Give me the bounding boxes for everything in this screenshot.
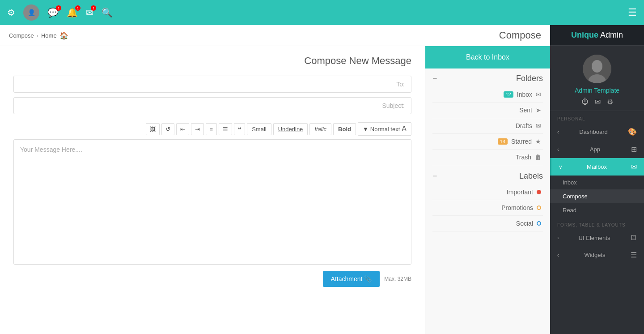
- trash-label: Trash: [516, 154, 531, 161]
- dashboard-arrow-icon: ‹: [557, 129, 559, 135]
- sub-inbox-label: Inbox: [563, 179, 577, 186]
- brand-first: Unique: [571, 30, 598, 39]
- app-label: App: [590, 146, 600, 153]
- folder-item-inbox[interactable]: 12 Inbox ✉: [432, 87, 543, 103]
- toolbar-quote-btn[interactable]: ❝: [234, 123, 245, 135]
- chat-icon[interactable]: 💬 1: [47, 7, 59, 18]
- main-layout: Compose ‹ Home 🏠 Compose Compose New Mes…: [0, 25, 644, 334]
- toolbar-normal-text-label: Normal text: [370, 126, 400, 133]
- folder-item-drafts[interactable]: Drafts ✉: [432, 118, 543, 134]
- rs-avatar: [583, 55, 611, 83]
- max-size-label: Max. 32MB: [384, 276, 411, 282]
- dashboard-icon: 🎨: [628, 128, 637, 136]
- mailbox-label: Mailbox: [587, 163, 607, 170]
- inbox-label: Inbox: [517, 91, 532, 98]
- toolbar-font-dropdown[interactable]: ▼ Normal text A: [358, 122, 411, 136]
- rs-item-dashboard[interactable]: ‹ Dashboard 🎨: [550, 123, 644, 141]
- topnav-left: ⚙ 👤 💬 1 🔔 1 ✉ 1 🔍: [7, 4, 113, 21]
- right-sidebar: Unique Admin Admin Template ⏻ ✉ ⚙ PER: [550, 25, 644, 334]
- forms-label: FORMS, TABLE & LAYOUTS: [550, 217, 644, 229]
- folder-item-starred[interactable]: 14 Starred ★: [432, 134, 543, 150]
- folders-header: − Folders: [432, 74, 543, 83]
- important-label: Important: [507, 188, 533, 196]
- rs-sub-read[interactable]: Read: [550, 203, 644, 217]
- folders-title: Folders: [516, 74, 543, 83]
- label-item-important[interactable]: Important: [432, 184, 543, 200]
- labels-collapse-icon[interactable]: −: [432, 171, 437, 181]
- breadcrumb-compose[interactable]: Compose: [9, 32, 34, 39]
- label-item-social[interactable]: Social: [432, 216, 543, 231]
- folder-item-sent[interactable]: Sent ➤: [432, 103, 543, 118]
- starred-label: Starred: [511, 138, 532, 145]
- label-item-promotions[interactable]: Promotions: [432, 200, 543, 216]
- toolbar-italic-btn[interactable]: Italic: [309, 123, 331, 135]
- toolbar-ol-btn[interactable]: ☰: [219, 123, 232, 135]
- sent-icon: ➤: [536, 107, 541, 114]
- settings-icon[interactable]: ⚙: [7, 7, 15, 18]
- rs-profile: Admin Template ⏻ ✉ ⚙: [550, 46, 644, 111]
- rs-item-app[interactable]: ‹ App ⊞: [550, 141, 644, 158]
- folders-collapse-icon[interactable]: −: [432, 74, 437, 83]
- subject-input[interactable]: [13, 97, 411, 114]
- trash-icon: 🗑: [535, 154, 541, 161]
- mailbox-arrow-icon: ∨: [559, 164, 563, 170]
- rs-gear-icon[interactable]: ⚙: [607, 98, 613, 106]
- rs-name-plain: Template: [593, 87, 619, 94]
- mail-icon[interactable]: ✉ 1: [86, 7, 93, 18]
- hamburger-icon[interactable]: ☰: [628, 7, 637, 18]
- promotions-label: Promotions: [501, 204, 533, 211]
- rs-item-mailbox[interactable]: ∨ Mailbox ✉: [550, 158, 644, 176]
- topnav: ⚙ 👤 💬 1 🔔 1 ✉ 1 🔍 ☰: [0, 0, 644, 25]
- important-dot-icon: [537, 190, 541, 194]
- rs-email-icon[interactable]: ✉: [595, 98, 601, 106]
- promotions-dot-icon: [537, 206, 541, 210]
- rs-power-icon[interactable]: ⏻: [581, 98, 589, 106]
- toolbar-image-btn[interactable]: 🖼: [146, 123, 160, 135]
- social-dot-icon: [537, 221, 541, 226]
- rs-item-ui-elements[interactable]: ‹ UI Elements 🖥: [550, 229, 644, 246]
- rs-profile-icons: ⏻ ✉ ⚙: [581, 98, 613, 106]
- breadcrumb: Compose ‹ Home 🏠: [9, 31, 68, 40]
- chat-badge: 1: [56, 5, 61, 11]
- toolbar-indent-left-btn[interactable]: ⇤: [176, 123, 189, 135]
- brand-second: Admin: [598, 30, 623, 39]
- toolbar-ul-btn[interactable]: ≡: [206, 123, 217, 135]
- sub-read-label: Read: [563, 207, 576, 214]
- bell-badge: 1: [75, 5, 80, 11]
- rs-sub-inbox[interactable]: Inbox: [550, 176, 644, 189]
- rs-sub-compose[interactable]: Compose: [550, 189, 644, 203]
- breadcrumb-home[interactable]: Home: [41, 32, 57, 39]
- two-col: Compose New Message 🖼 ↺ ⇤ ⇥ ≡ ☰ ❝ Small …: [0, 46, 550, 334]
- folder-item-trash[interactable]: Trash 🗑: [432, 150, 543, 165]
- toolbar-bold-btn[interactable]: Bold: [333, 123, 356, 135]
- ui-elements-icon: 🖥: [630, 234, 637, 242]
- back-to-inbox-button[interactable]: Back to Inbox: [425, 46, 550, 69]
- starred-badge: 14: [498, 138, 508, 145]
- search-icon[interactable]: 🔍: [102, 7, 113, 18]
- avatar[interactable]: 👤: [23, 4, 39, 21]
- rs-item-widgets[interactable]: ‹ Widgets ☰: [550, 246, 644, 264]
- to-input[interactable]: [13, 76, 411, 93]
- toolbar-small-btn[interactable]: Small: [247, 123, 271, 135]
- labels-header: − Labels: [432, 171, 543, 181]
- toolbar-indent-right-btn[interactable]: ⇥: [191, 123, 204, 135]
- toolbar-refresh-btn[interactable]: ↺: [161, 123, 174, 135]
- breadcrumb-bar: Compose ‹ Home 🏠 Compose: [0, 25, 550, 46]
- widgets-arrow-icon: ‹: [557, 252, 559, 258]
- inbox-icon: ✉: [536, 91, 541, 98]
- svg-point-1: [592, 60, 602, 73]
- compose-heading: Compose New Message: [13, 55, 411, 67]
- app-icon: ⊞: [631, 145, 637, 154]
- labels-title: Labels: [519, 171, 543, 181]
- message-area[interactable]: Your Message Here....: [13, 139, 411, 265]
- attachment-row: Attachment 📎 Max. 32MB: [13, 271, 411, 287]
- attachment-button[interactable]: Attachment 📎: [323, 271, 380, 287]
- compose-panel: Compose New Message 🖼 ↺ ⇤ ⇥ ≡ ☰ ❝ Small …: [0, 46, 425, 334]
- breadcrumb-separator: ‹: [37, 32, 38, 39]
- app-arrow-icon: ‹: [557, 146, 559, 153]
- rs-name-highlight: Admin: [575, 87, 593, 94]
- bell-icon[interactable]: 🔔 1: [67, 7, 78, 18]
- sub-compose-label: Compose: [563, 193, 588, 200]
- toolbar-underline-btn[interactable]: Underline: [273, 123, 308, 135]
- widgets-label: Widgets: [585, 252, 606, 258]
